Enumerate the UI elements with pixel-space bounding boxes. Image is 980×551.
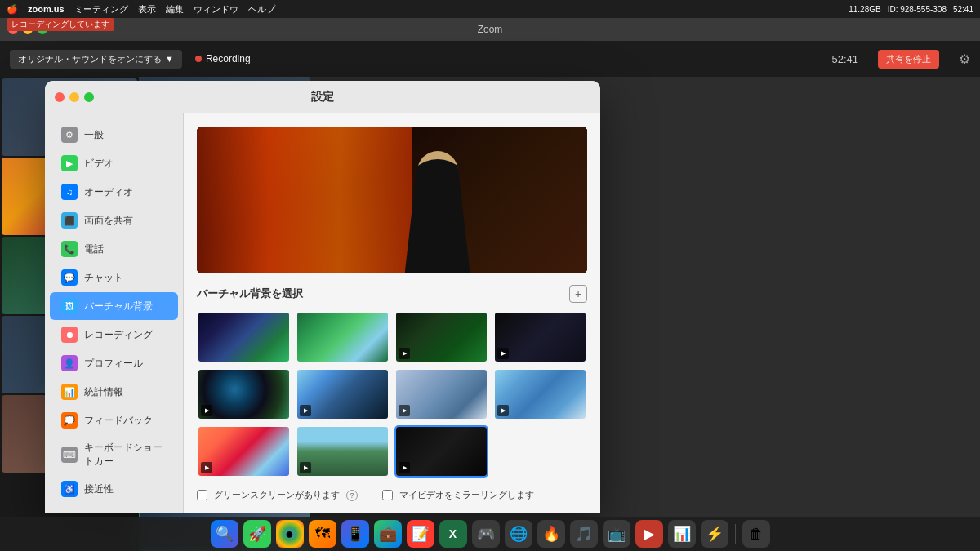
dock-app5[interactable]: 🌐	[505, 520, 532, 548]
modal-body: ⚙ 一般 ▶ ビデオ ♫ オーディオ ⬛ 画面を共有	[45, 113, 600, 513]
bg-thumb-forest[interactable]: ▶	[394, 311, 488, 363]
video-overlay-2: ▶	[497, 348, 509, 359]
zoom-titlebar: Zoom	[0, 18, 980, 41]
settings-item-audio[interactable]: ♫ オーディオ	[50, 178, 178, 206]
settings-item-keyboard[interactable]: ⌨ キーボードショートカー	[50, 435, 178, 474]
mirror-checkbox[interactable]	[382, 490, 393, 500]
bg-thumb-earth[interactable]: ▶	[197, 368, 291, 420]
profile-icon: 👤	[61, 355, 78, 371]
virtual-label: バーチャル背景	[84, 300, 153, 313]
menubar-time: 52:41	[953, 5, 973, 14]
gear-icon[interactable]: ⚙	[959, 51, 970, 67]
app-name: zoom.us	[28, 4, 65, 14]
recording-icon: ⏺	[61, 327, 78, 343]
recording-indicator: レコーディングしています	[7, 18, 114, 31]
settings-item-recording[interactable]: ⏺ レコーディング	[50, 321, 178, 349]
greenscreen-label: グリーンスクリーンがあります	[214, 489, 340, 501]
stats-label: 統計情報	[84, 385, 123, 399]
section-title: バーチャル背景を選択 +	[197, 285, 587, 303]
meeting-id: ID: 928-555-308	[888, 5, 947, 14]
video-icon: ▶	[61, 155, 78, 171]
feedback-label: フィードバック	[84, 414, 153, 428]
video-overlay-4: ▶	[300, 405, 311, 416]
settings-item-video[interactable]: ▶ ビデオ	[50, 149, 178, 177]
dock-launchpad[interactable]: 🚀	[243, 520, 271, 548]
sound-button[interactable]: オリジナル・サウンドをオンにする ▼	[10, 50, 182, 69]
screen-icon: ⬛	[61, 212, 78, 229]
bg-thumb-golden-gate[interactable]: ▶	[197, 425, 291, 478]
apple-menu[interactable]: 🍎	[7, 4, 18, 15]
modal-maximize[interactable]	[84, 92, 94, 102]
dock-excel[interactable]: X	[439, 520, 467, 548]
settings-item-profile[interactable]: 👤 プロフィール	[50, 349, 178, 377]
main-content: 設定 ⚙ 一般 ▶ ビデオ ♫ オーディオ	[0, 77, 980, 551]
dock-separator	[735, 524, 736, 544]
settings-sidebar: ⚙ 一般 ▶ ビデオ ♫ オーディオ ⬛ 画面を共有	[45, 113, 184, 513]
settings-item-virtual[interactable]: 🖼 バーチャル背景	[50, 292, 178, 320]
chat-label: チャット	[84, 271, 123, 285]
video-overlay-1: ▶	[399, 348, 410, 359]
menu-help[interactable]: ヘルプ	[248, 3, 275, 16]
video-overlay-9: ▶	[399, 462, 410, 473]
dock-app4[interactable]: 🎮	[472, 520, 500, 548]
menu-meeting[interactable]: ミーティング	[74, 3, 128, 16]
bg-thumb-railway[interactable]: ▶	[296, 425, 390, 478]
dock-trash[interactable]: 🗑	[742, 520, 770, 548]
menu-window[interactable]: ウィンドウ	[194, 3, 238, 16]
modal-titlebar: 設定	[45, 81, 600, 113]
settings-item-access[interactable]: ♿ 接近性	[50, 475, 178, 503]
stats-icon: 📊	[61, 384, 78, 400]
modal-title: 設定	[311, 90, 334, 104]
window-title: Zoom	[478, 24, 503, 35]
preview-video	[197, 127, 587, 273]
settings-item-screen[interactable]: ⬛ 画面を共有	[50, 207, 178, 234]
video-label: ビデオ	[84, 157, 114, 171]
dock-app1[interactable]: 📱	[341, 520, 369, 548]
dock-app8[interactable]: ⚡	[701, 520, 728, 548]
settings-item-stats[interactable]: 📊 統計情報	[50, 378, 178, 406]
checkboxes-row: グリーンスクリーンがあります ? マイビデオをミラーリングします	[197, 489, 587, 506]
settings-item-general[interactable]: ⚙ 一般	[50, 121, 178, 149]
dock-slides[interactable]: ▶	[635, 520, 663, 548]
bg-thumb-lake[interactable]: ▶	[493, 368, 587, 420]
settings-item-chat[interactable]: 💬 チャット	[50, 264, 178, 291]
settings-item-phone[interactable]: 📞 電話	[50, 235, 178, 263]
phone-label: 電話	[84, 242, 104, 256]
access-label: 接近性	[84, 482, 114, 496]
bg-thumb-mountains[interactable]: ▶	[394, 368, 488, 420]
greenscreen-checkbox[interactable]	[197, 490, 207, 500]
help-icon[interactable]: ?	[346, 490, 358, 501]
video-overlay-8: ▶	[300, 462, 311, 473]
bg-thumb-bridge[interactable]: ▶	[296, 368, 390, 420]
video-overlay-5: ▶	[399, 405, 410, 416]
dock-app7[interactable]: 📊	[668, 520, 696, 548]
modal-minimize[interactable]	[69, 92, 79, 102]
keyboard-label: キーボードショートカー	[84, 441, 167, 469]
settings-content: バーチャル背景を選択 + ▶	[184, 113, 600, 513]
dock-finder[interactable]: 🔍	[211, 520, 238, 548]
stop-share-button[interactable]: 共有を停止	[878, 50, 939, 69]
dock-tv[interactable]: 📺	[603, 520, 630, 548]
mac-menubar: 🍎 zoom.us ミーティング 表示 編集 ウィンドウ ヘルプ 11.28GB…	[0, 0, 980, 18]
dock-app3[interactable]: 📝	[407, 520, 434, 548]
video-overlay-6: ▶	[497, 405, 509, 416]
menu-view[interactable]: 表示	[138, 3, 156, 16]
bg-thumb-aurora[interactable]	[197, 311, 291, 363]
settings-item-feedback[interactable]: 💭 フィードバック	[50, 407, 178, 434]
modal-close[interactable]	[55, 92, 65, 102]
dock-app2[interactable]: 💼	[374, 520, 402, 548]
dock-app6[interactable]: 🔥	[537, 520, 565, 548]
fireplace-bg	[197, 127, 412, 273]
screen-label: 画面を共有	[84, 214, 133, 228]
dock-maps[interactable]: 🗺	[309, 520, 336, 548]
bg-thumb-beach[interactable]	[296, 311, 390, 363]
general-label: 一般	[84, 128, 104, 142]
bg-thumb-dark[interactable]: ▶	[493, 311, 587, 363]
dock-chrome[interactable]: ●	[276, 520, 304, 548]
modal-traffic-lights	[55, 92, 94, 102]
menu-edit[interactable]: 編集	[166, 3, 184, 16]
bg-thumb-dark-selected[interactable]: ▶	[394, 425, 488, 478]
add-background-button[interactable]: +	[569, 285, 587, 303]
recording-label: Recording	[206, 53, 251, 64]
dock-music[interactable]: 🎵	[570, 520, 598, 548]
